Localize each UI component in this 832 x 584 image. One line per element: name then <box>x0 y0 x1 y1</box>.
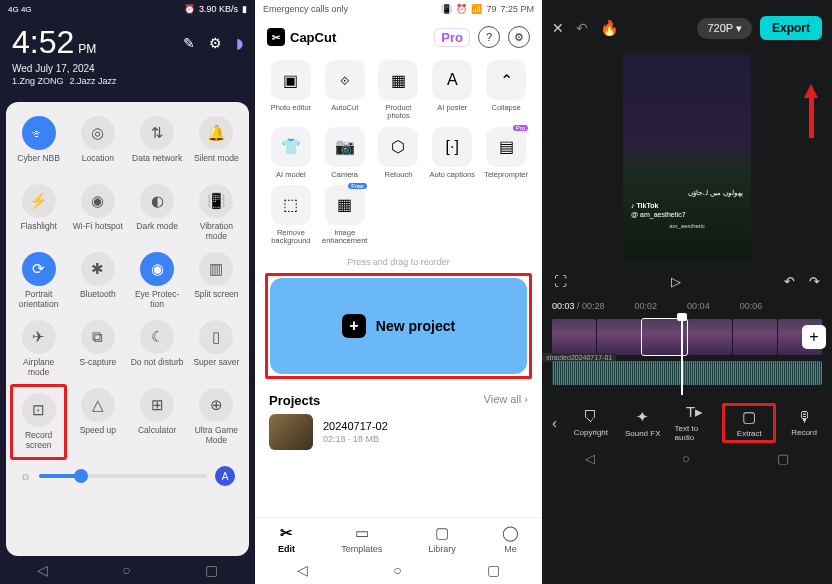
play-icon[interactable]: ▷ <box>671 274 681 289</box>
tool-label: Record <box>791 428 817 437</box>
qs-pin[interactable]: ◎Location <box>69 112 126 178</box>
time-ruler: 00:03 / 00:28 00:02 00:04 00:06 <box>542 297 832 315</box>
tab-templates[interactable]: ▭Templates <box>341 524 382 554</box>
signal-indicator: 4G 4G <box>8 5 32 14</box>
edit-icon[interactable]: ✎ <box>183 35 195 51</box>
video-clip[interactable] <box>733 319 777 355</box>
qs-eye[interactable]: ◉Eye Protec- tion <box>129 248 186 314</box>
tool-product-photos[interactable]: ▦Product photos <box>375 60 423 121</box>
export-button[interactable]: Export <box>760 16 822 40</box>
resolution-button[interactable]: 720P ▾ <box>697 18 752 39</box>
qs-rotate[interactable]: ⟳Portrait orientation <box>10 248 67 314</box>
tool-remove-background[interactable]: ⬚Remove background <box>267 185 315 246</box>
audio-track[interactable] <box>552 361 822 385</box>
auto-brightness-toggle[interactable]: A <box>215 466 235 486</box>
qs-bt[interactable]: ✱Bluetooth <box>69 248 126 314</box>
qs-label: Super saver <box>193 358 239 378</box>
android-nav: ◁ ○ ▢ <box>255 556 542 584</box>
qs-dnd[interactable]: ☾Do not disturb <box>129 316 186 382</box>
qs-split[interactable]: ▥Split screen <box>188 248 245 314</box>
video-clip[interactable] <box>552 319 596 355</box>
folder-icon: ▢ <box>742 408 756 426</box>
back-button[interactable]: ◁ <box>585 451 595 466</box>
qs-bell[interactable]: 🔔Silent mode <box>188 112 245 178</box>
settings-icon[interactable]: ⚙ <box>508 26 530 48</box>
undo-icon[interactable]: ↶ <box>576 20 588 36</box>
qs-label: Do not disturb <box>131 358 184 378</box>
flame-icon[interactable]: 🔥 <box>600 19 619 37</box>
tool-image-enhancement[interactable]: ▦FreeImage enhancement <box>321 185 369 246</box>
tool-photo-editor[interactable]: ▣Photo editor <box>267 60 315 121</box>
qs-flash[interactable]: ⚡Flashlight <box>10 180 67 246</box>
settings-icon[interactable]: ⚙ <box>209 35 222 51</box>
plane-icon: ✈ <box>22 320 56 354</box>
qs-game[interactable]: ⊕Ultra Game Mode <box>188 384 245 460</box>
recents-button[interactable]: ▢ <box>487 562 500 578</box>
tab-library[interactable]: ▢Library <box>428 524 456 554</box>
timeline[interactable]: + xtracted20240717-01 <box>542 315 832 395</box>
tool-text-to-audio[interactable]: T▸Text to audio <box>671 401 719 444</box>
tool-label: Image enhancement <box>321 229 369 246</box>
new-project-button[interactable]: + New project <box>270 278 527 374</box>
qs-swap[interactable]: ⇅Data network <box>129 112 186 178</box>
qs-wifi[interactable]: ᯤCyber NBB <box>10 112 67 178</box>
add-clip-button[interactable]: + <box>802 325 826 349</box>
video-clip[interactable] <box>597 319 641 355</box>
tab-me[interactable]: ◯Me <box>502 524 519 554</box>
qs-hotspot[interactable]: ◉Wi-Fi hotspot <box>69 180 126 246</box>
brightness-slider[interactable]: ☼ A <box>10 460 245 488</box>
close-icon[interactable]: ✕ <box>552 20 564 36</box>
tool-copyright[interactable]: ⛉Copyright <box>567 406 615 439</box>
new-project-highlight: + New project <box>265 273 532 379</box>
playhead[interactable] <box>681 315 683 395</box>
project-item[interactable]: 20240717-02 02:18 · 18 MB <box>255 414 542 450</box>
projects-title: Projects <box>269 393 320 408</box>
home-button[interactable]: ○ <box>682 451 690 466</box>
help-icon[interactable]: ? <box>478 26 500 48</box>
qs-record[interactable]: ⊡Record screen <box>15 389 62 455</box>
recents-button[interactable]: ▢ <box>205 562 218 578</box>
qs-plane[interactable]: ✈Airplane mode <box>10 316 67 382</box>
video-track[interactable]: + <box>552 319 822 355</box>
tool-auto-captions[interactable]: [·]Auto captions <box>428 127 476 179</box>
tool-retouch[interactable]: ⬡Retouch <box>375 127 423 179</box>
undo2-icon[interactable]: ↶ <box>784 274 795 289</box>
qs-moon[interactable]: ◐Dark mode <box>129 180 186 246</box>
tool-sound-fx[interactable]: ✦Sound FX <box>619 406 667 440</box>
qs-vibrate[interactable]: 📳Vibration mode <box>188 180 245 246</box>
qs-label: Data network <box>132 154 182 174</box>
video-clip[interactable] <box>688 319 732 355</box>
redo-icon[interactable]: ↷ <box>809 274 820 289</box>
assistant-icon[interactable]: ◗ <box>236 35 243 51</box>
rotate-icon: ⟳ <box>22 252 56 286</box>
qs-label: Speed up <box>80 426 116 446</box>
qs-calc[interactable]: ⊞Calculator <box>129 384 186 460</box>
tool-ai-model[interactable]: 👕AI model <box>267 127 315 179</box>
view-all-link[interactable]: View all › <box>484 393 528 408</box>
recents-button[interactable]: ▢ <box>777 451 789 466</box>
status-bar: 4G 4G ⏰ 3.90 KB/s ▮ <box>0 0 255 18</box>
tool-record[interactable]: 🎙Record <box>780 406 828 439</box>
tool-teleprompter[interactable]: ▤ProTeleprompter <box>482 127 530 179</box>
back-button[interactable]: ◁ <box>297 562 308 578</box>
tab-edit[interactable]: ✂Edit <box>278 524 295 554</box>
android-nav: ◁ ○ ▢ <box>0 556 255 584</box>
video-clip-selected[interactable] <box>642 319 686 355</box>
tool-extract[interactable]: ▢Extract <box>722 403 776 443</box>
tool-label: AutoCut <box>331 104 358 112</box>
qs-rocket[interactable]: △Speed up <box>69 384 126 460</box>
qs-capture[interactable]: ⧉S-capture <box>69 316 126 382</box>
tool-label: Auto captions <box>430 171 475 179</box>
home-button[interactable]: ○ <box>393 562 401 578</box>
video-preview[interactable]: ♪ TikTok @ am_aesthetic7 پھولوں میں لےجا… <box>623 53 751 259</box>
back-button[interactable]: ◁ <box>37 562 48 578</box>
back-icon[interactable]: ‹ <box>546 414 563 431</box>
qs-battery[interactable]: ▯Super saver <box>188 316 245 382</box>
pro-badge[interactable]: Pro <box>434 28 470 47</box>
tool-autocut[interactable]: ⟐AutoCut <box>321 60 369 121</box>
fullscreen-icon[interactable]: ⛶ <box>554 274 567 289</box>
tool-collapse[interactable]: ⌃Collapse <box>482 60 530 121</box>
tool-camera[interactable]: 📷Camera <box>321 127 369 179</box>
tool-ai-poster[interactable]: AAI poster <box>428 60 476 121</box>
home-button[interactable]: ○ <box>122 562 130 578</box>
